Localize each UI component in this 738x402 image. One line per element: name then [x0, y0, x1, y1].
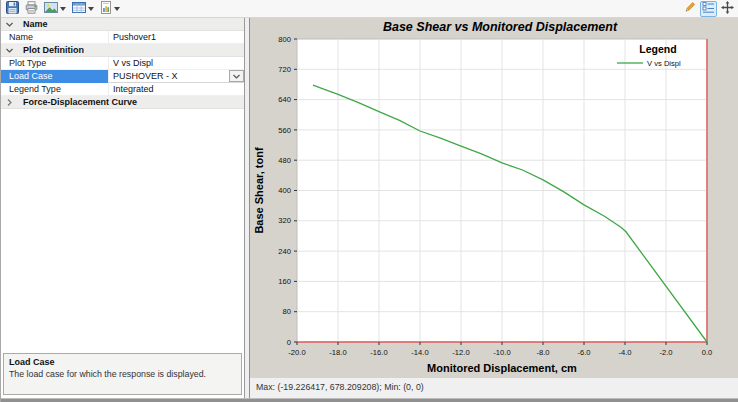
x-axis-title: Monitored Displacement, cm — [427, 362, 577, 374]
x-tick-label: -10.0 — [493, 348, 510, 357]
section-label: Plot Definition — [17, 44, 84, 57]
pencil-icon — [683, 0, 696, 18]
description-title: Load Case — [9, 357, 236, 367]
y-tick-label: 80 — [283, 307, 291, 316]
x-tick-label: 0.0 — [702, 348, 713, 357]
x-tick-label: -16.0 — [370, 348, 387, 357]
property-grid: NameNamePushover1Plot DefinitionPlot Typ… — [1, 18, 244, 109]
pushover-plot-window: NameNamePushover1Plot DefinitionPlot Typ… — [0, 0, 738, 402]
toolbar-right-group — [681, 1, 736, 17]
dropdown-caret-icon — [114, 7, 120, 11]
x-tick-label: -2.0 — [659, 348, 672, 357]
x-tick-label: -4.0 — [618, 348, 631, 357]
print-button[interactable] — [23, 1, 40, 17]
chevron-down-icon[interactable] — [1, 20, 17, 29]
property-label: Load Case — [1, 70, 108, 83]
chevron-down-icon[interactable] — [1, 46, 17, 55]
property-row-load-case[interactable]: Load CasePUSHOVER - X — [1, 70, 244, 83]
print-icon — [25, 0, 38, 18]
property-value[interactable]: Pushover1 — [108, 31, 244, 44]
window-bottom-edge — [1, 398, 738, 402]
property-value[interactable]: PUSHOVER - X — [108, 70, 244, 83]
dropdown-caret-icon — [88, 7, 94, 11]
y-tick-label: 320 — [278, 216, 291, 225]
chart-panel: Base Shear vs Monitored Displacement -20… — [249, 18, 738, 378]
property-panel: NameNamePushover1Plot DefinitionPlot Typ… — [1, 18, 245, 398]
x-tick-label: -6.0 — [577, 348, 590, 357]
property-label: Name — [1, 31, 108, 44]
property-label: Plot Type — [1, 57, 108, 70]
section-header-name[interactable]: Name — [1, 18, 244, 31]
image-icon — [44, 0, 58, 18]
y-tick-label: 640 — [278, 95, 291, 104]
chart-status-bar: Max: (-19.226417, 678.209208); Min: (0, … — [249, 378, 738, 398]
y-tick-label: 720 — [278, 65, 291, 74]
toolbar-left-group — [4, 1, 122, 17]
table-view-button[interactable] — [70, 1, 96, 17]
properties-panel-button[interactable] — [700, 1, 717, 17]
chevron-right-icon[interactable] — [1, 98, 17, 107]
y-tick-label: 480 — [278, 156, 291, 165]
description-text: The load case for which the response is … — [9, 369, 236, 379]
properties-list-icon — [702, 0, 715, 18]
y-tick-label: 160 — [278, 277, 291, 286]
y-tick-label: 800 — [278, 35, 291, 44]
property-value[interactable]: Integrated — [108, 83, 244, 96]
property-row-name[interactable]: NamePushover1 — [1, 31, 244, 44]
report-view-button[interactable] — [98, 1, 122, 17]
property-row-plot-type[interactable]: Plot TypeV vs Displ — [1, 57, 244, 70]
y-axis-title: Base Shear, tonf — [253, 147, 265, 234]
y-tick-label: 400 — [278, 186, 291, 195]
save-button[interactable] — [4, 1, 21, 17]
max-min-readout: Max: (-19.226417, 678.209208); Min: (0, … — [256, 382, 424, 392]
report-chart-icon — [100, 0, 112, 18]
property-description-panel: Load Case The load case for which the re… — [3, 353, 242, 395]
section-label: Name — [17, 18, 48, 31]
y-tick-label: 240 — [278, 247, 291, 256]
property-value[interactable]: V vs Displ — [108, 57, 244, 70]
section-label: Force-Displacement Curve — [17, 96, 137, 109]
dropdown-button[interactable] — [229, 70, 244, 82]
property-row-legend-type[interactable]: Legend TypeIntegrated — [1, 83, 244, 96]
y-tick-label: 0 — [287, 338, 291, 347]
export-image-button[interactable] — [42, 1, 68, 17]
save-icon — [6, 0, 19, 18]
x-tick-label: -14.0 — [411, 348, 428, 357]
legend-title: Legend — [639, 43, 676, 55]
pushover-curve-chart[interactable]: -20.0-18.0-16.0-14.0-12.0-10.0-8.0-6.0-4… — [250, 18, 738, 378]
toolbar — [1, 0, 738, 18]
x-tick-label: -20.0 — [288, 348, 305, 357]
legend-entry-label: V vs Displ — [647, 59, 681, 68]
move-arrows-icon — [721, 0, 734, 18]
dropdown-caret-icon — [60, 7, 66, 11]
x-tick-label: -18.0 — [329, 348, 346, 357]
x-tick-label: -12.0 — [452, 348, 469, 357]
table-icon — [72, 0, 86, 18]
pan-move-button[interactable] — [719, 1, 736, 17]
section-header-plot-definition[interactable]: Plot Definition — [1, 44, 244, 57]
x-tick-label: -8.0 — [536, 348, 549, 357]
edit-button[interactable] — [681, 1, 698, 17]
y-tick-label: 560 — [278, 126, 291, 135]
property-label: Legend Type — [1, 83, 108, 96]
section-header-force-displacement-curve[interactable]: Force-Displacement Curve — [1, 96, 244, 109]
